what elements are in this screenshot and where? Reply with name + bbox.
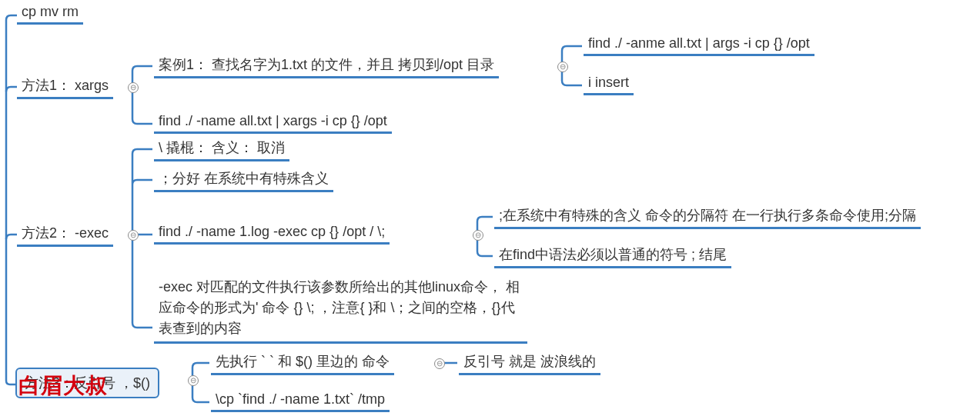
node-m2-exec-desc[interactable]: -exec 对匹配的文件执行该参数所给出的其他linux命令， 相应命令的形式为… bbox=[154, 275, 527, 344]
node-text: 先执行 ` ` 和 $() 里边的 命令 bbox=[216, 354, 390, 369]
node-m2-c1[interactable]: ;在系统中有特殊的含义 命令的分隔符 在一行执行多条命令使用;分隔 bbox=[494, 205, 921, 229]
node-text: ；分好 在系统中有特殊含义 bbox=[159, 171, 329, 186]
node-m3-a1[interactable]: 反引号 就是 波浪线的 bbox=[459, 351, 600, 375]
node-text: find ./ -anme all.txt | args -i cp {} /o… bbox=[588, 35, 810, 51]
node-text: 方法3：反引号 ，$() bbox=[25, 375, 150, 391]
node-text: 方法1： xargs bbox=[22, 78, 109, 93]
node-m1-case1[interactable]: 案例1： 查找名字为1.txt 的文件，并且 拷贝到/opt 目录 bbox=[154, 54, 499, 78]
node-text: 在find中语法必须以普通的符号 ; 结尾 bbox=[499, 247, 727, 262]
node-text: find ./ -name 1.log -exec cp {} /opt / \… bbox=[159, 224, 385, 239]
node-m3-a[interactable]: 先执行 ` ` 和 $() 里边的 命令 bbox=[211, 351, 394, 375]
node-text: 案例1： 查找名字为1.txt 的文件，并且 拷贝到/opt 目录 bbox=[159, 57, 494, 72]
node-m1-cmd2[interactable]: find ./ -name all.txt | xargs -i cp {} /… bbox=[154, 111, 392, 134]
node-text: ;在系统中有特殊的含义 命令的分隔符 在一行执行多条命令使用;分隔 bbox=[499, 208, 916, 223]
toggle-icon[interactable]: ⊖ bbox=[473, 230, 483, 241]
node-text: \ 撬棍： 含义： 取消 bbox=[159, 140, 285, 155]
node-method1-xargs[interactable]: 方法1： xargs bbox=[17, 75, 113, 99]
toggle-icon[interactable]: ⊖ bbox=[434, 358, 445, 369]
node-text: i insert bbox=[588, 75, 629, 90]
node-method3-backtick[interactable]: 方法3：反引号 ，$() bbox=[15, 368, 159, 398]
node-text: -exec 对匹配的文件执行该参数所给出的其他linux命令， 相应命令的形式为… bbox=[159, 279, 520, 336]
node-m1-case1-cmd[interactable]: find ./ -anme all.txt | args -i cp {} /o… bbox=[584, 34, 814, 56]
toggle-icon[interactable]: ⊖ bbox=[128, 82, 139, 93]
toggle-icon[interactable]: ⊖ bbox=[557, 62, 568, 72]
toggle-icon[interactable]: ⊖ bbox=[188, 375, 199, 386]
node-method2-exec[interactable]: 方法2： -exec bbox=[17, 222, 113, 247]
node-text: cp mv rm bbox=[22, 4, 79, 19]
node-m2-backslash[interactable]: \ 撬棍： 含义： 取消 bbox=[154, 137, 289, 161]
node-m2-find-exec[interactable]: find ./ -name 1.log -exec cp {} /opt / \… bbox=[154, 222, 390, 245]
node-text: find ./ -name all.txt | xargs -i cp {} /… bbox=[159, 113, 387, 128]
node-m3-b[interactable]: \cp `find ./ -name 1.txt` /tmp bbox=[211, 390, 390, 412]
node-m2-semicolon[interactable]: ；分好 在系统中有特殊含义 bbox=[154, 168, 333, 192]
node-cp-mv-rm[interactable]: cp mv rm bbox=[17, 2, 83, 25]
node-m2-c2[interactable]: 在find中语法必须以普通的符号 ; 结尾 bbox=[494, 244, 731, 268]
toggle-icon[interactable]: ⊖ bbox=[128, 230, 139, 241]
node-text: 反引号 就是 波浪线的 bbox=[463, 354, 596, 369]
node-m1-case1-insert[interactable]: i insert bbox=[584, 73, 634, 95]
node-text: \cp `find ./ -name 1.txt` /tmp bbox=[216, 391, 385, 407]
node-text: 方法2： -exec bbox=[22, 225, 109, 241]
